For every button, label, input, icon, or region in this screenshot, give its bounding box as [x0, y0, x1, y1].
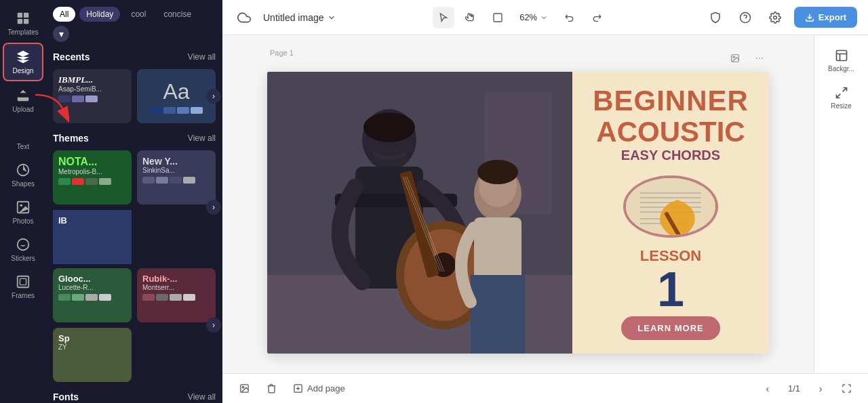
themes-header: Themes View all — [53, 133, 216, 144]
recent-card-2[interactable]: Aa — [137, 69, 216, 123]
svg-rect-9 — [20, 278, 26, 284]
sidebar-label-frames: Frames — [12, 292, 35, 299]
svg-rect-11 — [494, 14, 502, 22]
filter-concise[interactable]: concise — [157, 7, 198, 22]
fonts-header: Fonts View all — [53, 391, 216, 402]
delete-page-button[interactable] — [260, 378, 282, 400]
themes-grid-bottom: Glooc... Lucette-R... Rubik-... Montserr… — [53, 268, 216, 382]
themes-scroll-right-1[interactable]: › — [206, 200, 221, 215]
sidebar: Templates Design Upload Text Shapes Phot… — [0, 0, 46, 403]
background-icon — [835, 49, 848, 62]
theme-newy-sub: SinkinSa... — [142, 167, 175, 174]
sidebar-item-frames[interactable]: Frames — [3, 269, 43, 305]
svg-point-17 — [759, 58, 760, 59]
thumbnail-view-button[interactable] — [233, 378, 255, 400]
cloud-save-icon[interactable] — [233, 7, 255, 28]
themes-title: Themes — [53, 133, 89, 144]
theme-nota-sub: Metropolis-B... — [58, 168, 102, 175]
sidebar-label-shapes: Shapes — [12, 180, 35, 188]
recents-scroll-right[interactable]: › — [206, 89, 221, 104]
photo-svg — [267, 72, 572, 354]
fonts-view-all[interactable]: View all — [188, 392, 216, 402]
circle-sheet-music-svg — [627, 175, 715, 238]
next-page-button[interactable]: › — [811, 379, 830, 398]
add-page-button[interactable]: Add page — [288, 381, 351, 396]
theme-card-nota[interactable]: NOTA... Metropolis-B... — [53, 150, 132, 205]
canvas-photo-area — [267, 72, 572, 354]
background-panel-item[interactable]: Backgr... — [819, 43, 864, 78]
svg-rect-3 — [24, 19, 28, 24]
sidebar-item-text[interactable]: Text — [3, 120, 43, 156]
sidebar-item-templates[interactable]: Templates — [3, 5, 43, 41]
redo-button[interactable] — [586, 7, 608, 28]
sidebar-label-text: Text — [17, 143, 29, 150]
filter-more-button[interactable]: ▾ — [53, 26, 69, 42]
lesson-number: 1 — [657, 265, 684, 314]
resize-panel-item[interactable]: Resize — [819, 81, 864, 115]
shield-icon[interactable] — [705, 7, 726, 28]
recent-card-2-name: Aa — [163, 79, 189, 104]
svg-rect-1 — [24, 13, 28, 18]
themes-view-all[interactable]: View all — [188, 133, 216, 143]
fonts-title: Fonts — [53, 391, 79, 402]
toolbar-tools: 62% — [433, 7, 608, 28]
svg-point-38 — [363, 112, 415, 142]
help-icon[interactable] — [734, 7, 756, 28]
recents-view-all[interactable]: View all — [188, 52, 216, 62]
theme-newy-name: New Y... — [142, 156, 178, 167]
thumbnail-icon[interactable] — [726, 49, 745, 68]
prev-page-button[interactable]: ‹ — [758, 379, 777, 398]
filter-bar: All Holiday cool concise ▾ — [53, 7, 216, 42]
more-options-icon[interactable] — [750, 49, 769, 68]
canvas-page-actions — [726, 49, 769, 68]
theme-sp-name: Sp — [58, 333, 70, 343]
recents-grid: IBMPL... Asap-SemiB... Aa — [53, 69, 216, 123]
theme-sp-sub: ZY — [58, 343, 67, 351]
design-panel: All Holiday cool concise ▾ Recents View … — [46, 0, 222, 403]
sidebar-item-upload[interactable]: Upload — [3, 83, 43, 119]
sidebar-label-stickers: Stickers — [11, 255, 35, 262]
circle-image-inner — [626, 178, 715, 235]
sidebar-item-photos[interactable]: Photos — [3, 194, 43, 230]
headline-1: BEGINNER — [593, 85, 749, 116]
theme-card-glooc[interactable]: Glooc... Lucette-R... — [53, 268, 132, 322]
undo-button[interactable] — [559, 7, 580, 28]
theme-card-rubik[interactable]: Rubik-... Montserr... — [137, 268, 216, 322]
export-button[interactable]: Export — [794, 7, 857, 28]
recent-card-1-sub: Asap-SemiB... — [58, 85, 102, 93]
add-page-icon — [293, 383, 303, 394]
svg-point-13 — [774, 16, 777, 19]
hand-tool-button[interactable] — [460, 7, 481, 28]
filter-holiday[interactable]: Holiday — [79, 7, 120, 22]
sidebar-item-shapes[interactable]: Shapes — [3, 157, 43, 193]
theme-nota-name: NOTA... — [58, 156, 97, 168]
frame-tool-button[interactable] — [487, 7, 509, 28]
theme-card-sp[interactable]: Sp ZY — [53, 328, 132, 382]
design-canvas[interactable]: BEGINNER ACOUSTIC EASY CHORDS — [267, 72, 769, 354]
filter-cool[interactable]: cool — [124, 7, 153, 22]
settings-icon[interactable] — [764, 7, 786, 28]
recent-card-2-swatches — [150, 107, 203, 114]
select-tool-button[interactable] — [433, 7, 454, 28]
themes-scroll-right-2[interactable]: › — [206, 318, 221, 333]
subheadline: EASY CHORDS — [621, 148, 720, 163]
theme-ib-name: IB — [58, 215, 67, 226]
fullscreen-icon — [842, 383, 852, 394]
svg-marker-48 — [675, 236, 682, 238]
zoom-level: 62% — [519, 12, 537, 22]
add-page-label: Add page — [307, 383, 345, 394]
learn-more-button[interactable]: LEARN MORE — [621, 316, 719, 340]
headline-2: ACOUSTIC — [596, 116, 745, 148]
sidebar-item-design[interactable]: Design — [3, 43, 43, 81]
themes-grid-top: NOTA... Metropolis-B... New Y... SinkinS… — [53, 150, 216, 264]
recent-card-1[interactable]: IBMPL... Asap-SemiB... — [53, 69, 132, 123]
zoom-control[interactable]: 62% — [514, 9, 553, 25]
sidebar-item-stickers[interactable]: Stickers — [3, 232, 43, 268]
theme-card-newy[interactable]: New Y... SinkinSa... — [137, 150, 216, 205]
theme-card-ib[interactable]: IB — [53, 210, 132, 264]
fullscreen-button[interactable] — [835, 378, 857, 400]
recent-card-1-swatches — [58, 96, 98, 102]
filter-all[interactable]: All — [53, 7, 75, 22]
svg-rect-0 — [18, 13, 22, 18]
document-title-area[interactable]: Untitled image — [263, 12, 336, 23]
